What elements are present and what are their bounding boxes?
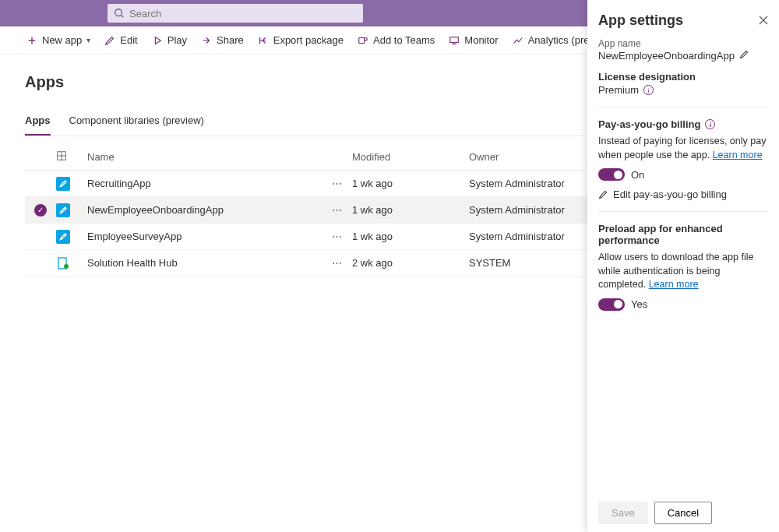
preload-toggle[interactable] bbox=[598, 298, 625, 311]
monitor-label: Monitor bbox=[464, 34, 498, 46]
tab-component-libraries[interactable]: Component libraries (preview) bbox=[69, 110, 204, 136]
save-button: Save bbox=[598, 502, 648, 524]
app-name: Solution Health Hub bbox=[87, 257, 321, 269]
app-icon bbox=[56, 177, 70, 191]
row-more-button[interactable]: ⋯ bbox=[321, 178, 352, 189]
app-name-label: App name bbox=[598, 38, 768, 49]
panel-title: App settings bbox=[598, 12, 683, 29]
edit-button[interactable]: Edit bbox=[100, 31, 142, 49]
document-icon bbox=[56, 256, 70, 270]
svg-point-8 bbox=[365, 37, 368, 41]
column-modified[interactable]: Modified bbox=[352, 151, 469, 163]
preload-title: Preload app for enhanced performance bbox=[598, 223, 768, 246]
share-button[interactable]: Share bbox=[196, 31, 249, 49]
play-label: Play bbox=[167, 34, 187, 46]
app-name: NewEmployeeOnboardingApp bbox=[87, 204, 321, 216]
new-app-button[interactable]: New app ▾ bbox=[22, 31, 95, 49]
teams-label: Add to Teams bbox=[373, 34, 435, 46]
svg-point-16 bbox=[64, 264, 69, 269]
svg-point-0 bbox=[115, 9, 122, 16]
modified-value: 1 wk ago bbox=[352, 178, 469, 189]
edit-payg-button[interactable]: Edit pay-as-you-go billing bbox=[598, 188, 768, 200]
new-app-label: New app bbox=[42, 34, 82, 46]
pencil-icon bbox=[59, 179, 68, 188]
pencil-icon bbox=[59, 206, 68, 214]
app-icon bbox=[56, 256, 70, 270]
info-icon[interactable]: i bbox=[705, 119, 715, 129]
payg-description: Instead of paying for licenses, only pay… bbox=[598, 135, 768, 162]
row-more-button[interactable]: ⋯ bbox=[321, 204, 352, 216]
preload-learn-more-link[interactable]: Learn more bbox=[649, 279, 699, 290]
modified-value: 1 wk ago bbox=[352, 231, 469, 242]
row-more-button[interactable]: ⋯ bbox=[321, 257, 352, 269]
teams-icon bbox=[358, 35, 368, 46]
svg-rect-9 bbox=[450, 37, 459, 42]
monitor-icon bbox=[449, 35, 460, 46]
info-icon[interactable]: i bbox=[643, 85, 654, 95]
export-button[interactable]: Export package bbox=[253, 31, 348, 49]
plus-icon bbox=[26, 35, 37, 46]
app-name: EmployeeSurveyApp bbox=[87, 231, 321, 242]
svg-line-1 bbox=[122, 16, 124, 18]
modified-value: 1 wk ago bbox=[352, 204, 469, 216]
checkmark-icon: ✓ bbox=[34, 204, 47, 217]
payg-title: Pay-as-you-go billing i bbox=[598, 118, 768, 130]
license-value: Premium bbox=[598, 84, 639, 96]
pencil-icon bbox=[739, 49, 749, 59]
divider bbox=[598, 107, 768, 107]
preload-description: Allow users to download the app file whi… bbox=[598, 251, 768, 292]
app-icon bbox=[56, 203, 70, 217]
search-box[interactable] bbox=[108, 4, 363, 23]
search-icon bbox=[114, 8, 125, 19]
edit-name-button[interactable] bbox=[739, 49, 749, 62]
search-input[interactable] bbox=[129, 8, 357, 19]
cancel-button[interactable]: Cancel bbox=[654, 502, 712, 524]
divider bbox=[598, 211, 768, 212]
app-settings-panel: App settings App name NewEmployeeOnboard… bbox=[587, 0, 779, 532]
payg-learn-more-link[interactable]: Learn more bbox=[713, 150, 763, 160]
share-label: Share bbox=[217, 34, 244, 46]
app-icon bbox=[56, 230, 70, 244]
payg-toggle[interactable] bbox=[598, 168, 625, 181]
pencil-icon bbox=[59, 232, 68, 241]
play-icon bbox=[152, 35, 163, 46]
column-icon[interactable] bbox=[56, 150, 87, 164]
column-name[interactable]: Name bbox=[87, 151, 321, 163]
export-label: Export package bbox=[273, 34, 344, 46]
payg-toggle-label: On bbox=[631, 169, 644, 181]
preload-toggle-label: Yes bbox=[631, 298, 647, 310]
share-icon bbox=[201, 35, 212, 46]
license-label: License designation bbox=[598, 71, 768, 83]
app-name-value: NewEmployeeOnboardingApp bbox=[598, 50, 735, 62]
edit-label: Edit bbox=[120, 34, 137, 46]
close-button[interactable] bbox=[759, 15, 768, 27]
export-icon bbox=[258, 35, 269, 46]
pencil-icon bbox=[104, 35, 115, 46]
chevron-down-icon: ▾ bbox=[86, 36, 90, 44]
svg-rect-7 bbox=[359, 37, 365, 43]
tab-apps[interactable]: Apps bbox=[25, 110, 51, 136]
pencil-icon bbox=[598, 189, 608, 199]
row-more-button[interactable]: ⋯ bbox=[321, 231, 352, 242]
add-to-teams-button[interactable]: Add to Teams bbox=[353, 31, 439, 49]
app-name: RecruitingApp bbox=[87, 178, 321, 189]
monitor-button[interactable]: Monitor bbox=[444, 31, 502, 49]
edit-payg-label: Edit pay-as-you-go billing bbox=[613, 188, 727, 200]
play-button[interactable]: Play bbox=[147, 31, 192, 49]
modified-value: 2 wk ago bbox=[352, 257, 469, 269]
close-icon bbox=[759, 16, 768, 25]
analytics-icon bbox=[513, 35, 523, 46]
